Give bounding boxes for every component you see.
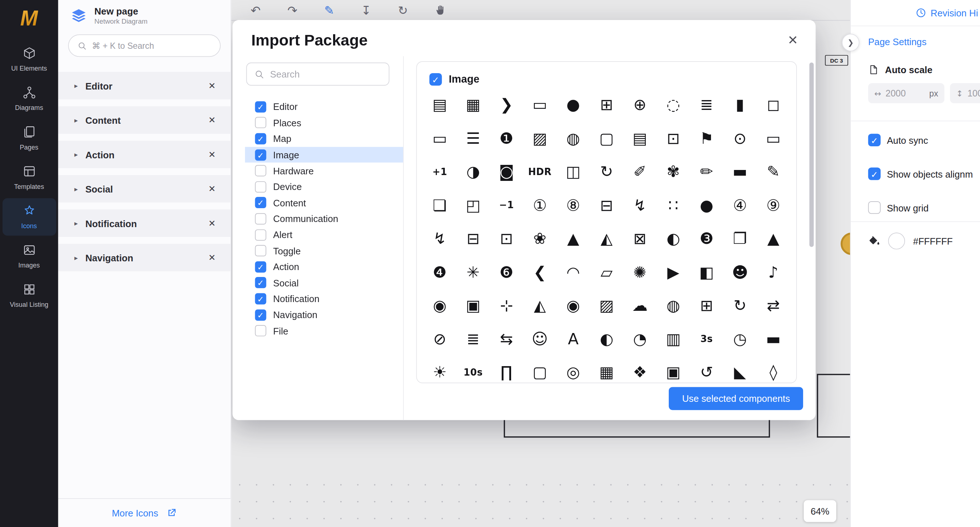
modal-search-input[interactable]: [270, 69, 382, 79]
sidebar-item-icons[interactable]: Icons: [2, 198, 56, 236]
category-checkbox[interactable]: [255, 277, 266, 288]
assistant-photo-icon[interactable]: ⚑: [690, 122, 723, 155]
flash-off-icon[interactable]: ↯: [423, 222, 457, 256]
category-checkbox[interactable]: [255, 229, 266, 241]
photo-icon[interactable]: ▲: [557, 222, 590, 256]
category-checkbox[interactable]: [255, 325, 266, 336]
category-checkbox[interactable]: [255, 245, 266, 257]
mood-icon[interactable]: ☺: [523, 322, 557, 356]
revision-history-link[interactable]: Revision Hi: [851, 0, 980, 26]
category-checkbox[interactable]: [255, 165, 266, 176]
category-checkbox[interactable]: [255, 149, 266, 160]
portrait-icon[interactable]: ☻: [723, 256, 757, 289]
photo-library-icon[interactable]: ❏: [423, 189, 457, 222]
terrain-icon[interactable]: ▲: [756, 222, 790, 256]
music-note-icon[interactable]: ♪: [756, 256, 790, 289]
panel-section-action[interactable]: ▸Action✕: [58, 140, 231, 168]
category-checkbox[interactable]: [255, 197, 266, 208]
category-checkbox[interactable]: [255, 117, 266, 129]
looks-icon[interactable]: ◠: [557, 256, 590, 289]
photo-strip-icon[interactable]: ▤: [423, 88, 457, 122]
hdr-on-icon[interactable]: HDR: [523, 155, 557, 189]
camera-icon[interactable]: ◉: [423, 289, 457, 322]
texture-icon[interactable]: ▨: [590, 289, 623, 322]
nature-icon[interactable]: ◣: [723, 356, 757, 383]
timer-off-icon[interactable]: ⊘: [423, 322, 457, 356]
category-item-content[interactable]: Content: [245, 195, 403, 211]
grid-off-icon[interactable]: ⊠: [623, 222, 657, 256]
category-checkbox[interactable]: [255, 309, 266, 320]
close-icon[interactable]: ✕: [208, 115, 215, 125]
filter-4-icon[interactable]: ❹: [423, 256, 457, 289]
view-comfy-icon[interactable]: ▦: [590, 356, 623, 383]
brush-icon[interactable]: ✐: [623, 155, 657, 189]
close-icon[interactable]: ✕: [208, 149, 215, 159]
sidebar-item-ui-elements[interactable]: UI Elements: [2, 41, 56, 78]
category-item-navigation[interactable]: Navigation: [245, 307, 403, 323]
category-item-communication[interactable]: Communication: [245, 211, 403, 227]
panel-section-notification[interactable]: ▸Notification✕: [58, 209, 231, 237]
setting-show-objects-alignm[interactable]: Show objects alignm: [851, 167, 980, 180]
slideshow-icon[interactable]: ▶: [657, 256, 690, 289]
panel-section-editor[interactable]: ▸Editor✕: [58, 72, 231, 100]
filter-8-icon[interactable]: ⑧: [557, 189, 590, 222]
looks-one-icon[interactable]: ❶: [490, 122, 523, 155]
page-height-input[interactable]: ↕: [950, 83, 980, 103]
lens-icon[interactable]: ●: [557, 88, 590, 122]
category-checkbox[interactable]: [255, 213, 266, 225]
rotate-right-icon[interactable]: ↻: [723, 289, 757, 322]
category-item-map[interactable]: Map: [245, 131, 403, 147]
add-a-photo-icon[interactable]: ⊞: [590, 88, 623, 122]
camera-bag-icon[interactable]: ⊟: [590, 189, 623, 222]
timelapse-icon[interactable]: ◔: [623, 322, 657, 356]
image-filled-icon[interactable]: ▣: [457, 289, 490, 322]
library-search-input[interactable]: [92, 41, 211, 51]
category-item-social[interactable]: Social: [245, 275, 403, 291]
exposure-icon[interactable]: ◐: [657, 222, 690, 256]
close-icon[interactable]: ✕: [208, 252, 215, 262]
palette-icon[interactable]: ◍: [557, 122, 590, 155]
category-item-image[interactable]: Image: [245, 147, 403, 163]
rotate-left-icon[interactable]: ↺: [690, 356, 723, 383]
category-item-alert[interactable]: Alert: [245, 227, 403, 243]
exposure-zero-icon[interactable]: ◎: [557, 356, 590, 383]
exposure-plus-1-icon[interactable]: +1: [423, 155, 457, 189]
crop-original-icon[interactable]: ▢: [590, 122, 623, 155]
timer-3-icon[interactable]: 3s: [690, 322, 723, 356]
dehaze-icon[interactable]: ☰: [457, 122, 490, 155]
preview-checkbox[interactable]: [429, 73, 442, 86]
sidebar-item-diagrams[interactable]: Diagrams: [2, 80, 56, 117]
straighten-icon[interactable]: ∏: [490, 356, 523, 383]
lens-filled-icon[interactable]: ●: [690, 189, 723, 222]
collections-icon[interactable]: ❐: [723, 222, 757, 256]
swap-horiz-icon[interactable]: ⇆: [490, 322, 523, 356]
filter-center-focus-icon[interactable]: ⊙: [723, 122, 757, 155]
filter-4-outline-icon[interactable]: ④: [723, 189, 757, 222]
crop-free-icon[interactable]: ◰: [457, 189, 490, 222]
filter-9-outline-icon[interactable]: ⑨: [756, 189, 790, 222]
navigate-before-icon[interactable]: ❮: [523, 256, 557, 289]
category-checkbox[interactable]: [255, 181, 266, 192]
scrollbar-thumb[interactable]: [809, 63, 814, 247]
palette-filled-icon[interactable]: ◍: [657, 289, 690, 322]
panorama-horizontal-icon[interactable]: ▭: [756, 122, 790, 155]
navigate-next-icon[interactable]: ❯: [490, 88, 523, 122]
local-florist-icon[interactable]: ❀: [523, 222, 557, 256]
category-item-notification[interactable]: Notification: [245, 291, 403, 307]
panel-section-social[interactable]: ▸Social✕: [58, 175, 231, 203]
burst-mode-icon[interactable]: ▥: [657, 322, 690, 356]
zoom-indicator[interactable]: 64%: [804, 500, 836, 522]
more-icons-link[interactable]: More Icons: [112, 508, 158, 518]
category-item-action[interactable]: Action: [245, 259, 403, 275]
timer-icon[interactable]: ◷: [723, 322, 757, 356]
setting-checkbox[interactable]: [868, 134, 881, 146]
center-focus-weak-icon[interactable]: ⊡: [657, 122, 690, 155]
library-search[interactable]: [68, 34, 221, 57]
blur-linear-icon[interactable]: ≣: [690, 88, 723, 122]
category-item-device[interactable]: Device: [245, 179, 403, 195]
paint-bucket-icon[interactable]: [868, 235, 880, 247]
timer-10-icon[interactable]: 10s: [457, 356, 490, 383]
close-icon[interactable]: ✕: [208, 81, 215, 90]
grain-icon[interactable]: ∷: [657, 189, 690, 222]
crop-landscape-icon[interactable]: ▭: [523, 88, 557, 122]
